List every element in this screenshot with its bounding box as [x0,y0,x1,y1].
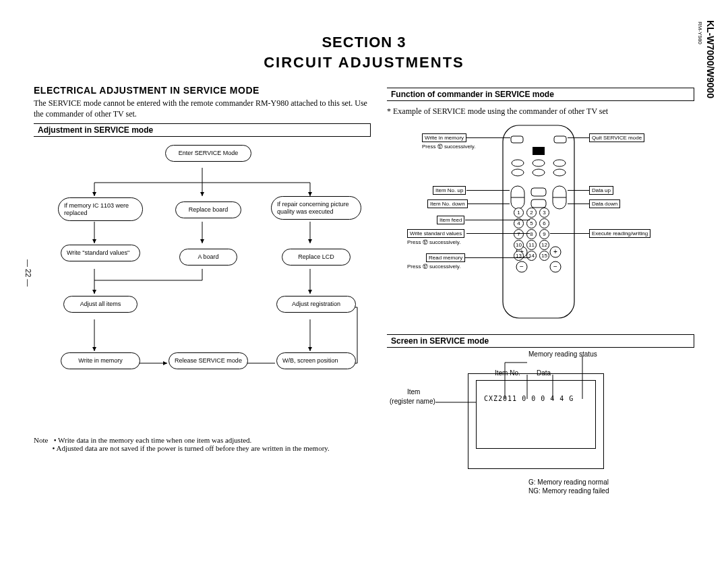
page-number: — 22 — [24,259,32,286]
node-mem: If memory IC 1103 were replaced [58,197,143,221]
num-15: 15 [539,251,549,261]
tv-box: CXZ2011 0 0 0 4 4 G [468,373,603,468]
left-bar: Adjustment in SERVICE mode [34,123,371,137]
lbl-item: Item [407,388,420,396]
num-1: 1 [514,208,524,218]
node-adjust-reg: Adjust registration [276,296,356,312]
legend2: NG: Memory reading failed [528,487,609,495]
side-model-label: KL-W7000/W9000 RM-Y980 [694,20,716,98]
co-quit: Quit SERVICE mode [589,133,644,142]
remote-svg: + − + − [502,124,576,319]
co-write-mem: Write in memory [422,133,466,142]
svg-rect-20 [511,136,523,143]
svg-rect-34 [531,199,546,208]
co-press-b: Press ⑫ successively. [407,239,460,246]
note2: • Adjusted data are not saved if the pow… [53,444,330,452]
num-12: 12 [539,240,549,250]
remote-body: + − + − [502,124,576,319]
svg-point-23 [512,160,524,166]
co-write-std: Write standard values [407,229,464,238]
svg-point-24 [533,160,545,166]
remote-diagram: + − + − 1 2 3 4 5 6 7 8 [387,121,694,330]
node-aboard: A board [179,249,237,265]
legend1: G: Memory reading normal [528,478,609,487]
node-wb: W/B, screen position [276,352,356,369]
svg-rect-33 [531,188,546,196]
section-heading-2: CIRCUIT ADJUSTMENTS [34,54,694,71]
left-title: ELECTRICAL ADJUSTMENT IN SERVICE MODE [34,85,371,96]
co-item-up: Item No. up [433,186,466,195]
node-enter: Enter SERVICE Mode [165,145,251,161]
co-item-feed: Item feed [437,216,464,224]
svg-point-25 [553,160,566,166]
co-data-up: Data up [589,186,613,195]
legend: G: Memory reading normal NG: Memory read… [528,478,609,495]
node-repair: If repair concerning picture quality was… [271,196,361,220]
svg-point-28 [553,169,566,176]
num-2: 2 [526,208,537,218]
node-std: Write "standard values" [61,245,140,261]
num-14: 14 [526,251,537,261]
svg-text:+: + [553,248,557,255]
svg-point-27 [533,169,545,176]
node-adjust-all: Adjust all items [63,296,138,312]
co-exec: Execute reading/writing [589,229,650,238]
right-bar2: Screen in SERVICE mode [387,334,694,348]
flowchart: Enter SERVICE Mode If memory IC 1103 wer… [34,142,371,432]
svg-text:−: − [553,263,557,270]
node-write-mem: Write in memory [61,352,140,369]
co-press-c: Press ⑫ successively. [407,263,460,270]
lbl-regname: (register name) [390,398,435,405]
note-label: Note [34,436,48,444]
num-3: 3 [539,208,549,218]
right-bar1: Function of commander in SERVICE mode [387,88,694,101]
num-11: 11 [526,240,537,250]
num-6: 6 [539,218,549,228]
node-replace-lcd: Replace LCD [282,249,351,265]
num-13: 13 [514,251,524,261]
node-replace-board: Replace board [175,201,241,218]
svg-text:−: − [520,263,524,270]
num-8: 8 [526,229,537,239]
num-9: 9 [539,229,549,239]
model-text: KL-W7000/W9000 [705,20,716,98]
co-read-mem: Read memory [426,253,465,262]
left-intro: The SERVICE mode cannot be entered with … [34,98,371,119]
co-item-down: Item No. down [427,199,468,208]
svg-rect-22 [533,147,545,155]
svg-point-26 [512,169,524,176]
submodel-text: RM-Y980 [697,22,703,44]
node-release: Release SERVICE mode [169,352,248,369]
note1: • Write data in the memory each time whe… [54,436,252,444]
num-10: 10 [514,240,524,250]
num-7: 7 [514,229,524,239]
lbl-mem-status: Memory reading status [528,350,597,358]
co-data-down: Data down [589,199,620,208]
co-press-a: Press ⑫ successively. [422,143,475,150]
example-text: * Example of SERVICE mode using the comm… [387,106,694,117]
flow-lines [34,142,371,432]
svg-rect-21 [554,136,566,143]
section-heading-1: SECTION 3 [34,34,694,51]
screen-line: CXZ2011 0 0 0 4 4 G [484,395,574,402]
screen-diagram: Memory reading status Item No. Data Item… [387,353,694,501]
notes: Note • Write data in the memory each tim… [34,436,371,452]
